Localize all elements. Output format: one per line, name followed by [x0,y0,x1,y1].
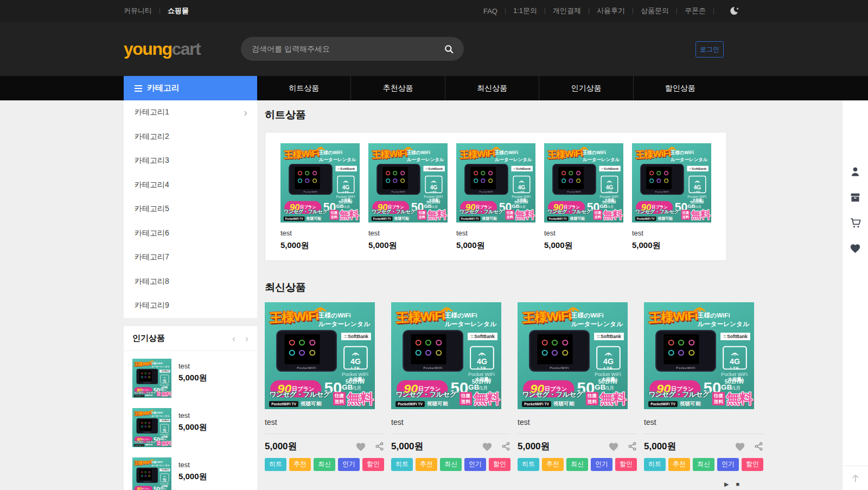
wifi-router-ad-image: 王様WiFi 王様のWiFiルーターレンタル PocketWiFi = Soft… [544,143,623,222]
category-item[interactable]: 카테고리3 [124,149,257,173]
product-card[interactable]: 王様WiFi 王様のWiFiルーターレンタル PocketWiFi = Soft… [544,143,623,251]
product-image[interactable]: 王様WiFi 王様のWiFiルーターレンタル PocketWiFi = Soft… [391,302,510,409]
wishlist-heart-icon[interactable] [608,442,619,451]
nav-item[interactable]: 히트상품 [257,76,350,100]
softbank-logo: = SoftBank [336,166,357,171]
product-image[interactable]: 王様WiFi 王様のWiFiルーターレンタル PocketWiFi = Soft… [518,302,637,409]
pocket-wifi-device: PocketWiFi [640,164,684,195]
product-price: 5,000원 [368,240,448,251]
ad-title: 王様のWiFiルーターレンタル [318,311,370,329]
product-card[interactable]: 王様WiFi 王様のWiFiルーターレンタル PocketWiFi = Soft… [632,143,711,251]
category-label: 카테고리1 [135,107,169,117]
topbar-link[interactable]: FAQ [483,7,497,15]
softbank-logo: = SoftBank [512,166,533,171]
product-image[interactable]: 王様WiFi 王様のWiFiルーターレンタル PocketWiFi = Soft… [544,143,623,222]
wishlist-heart-icon[interactable] [482,442,493,451]
product-image[interactable]: 王様WiFi 王様のWiFiルーターレンタル PocketWiFi = Soft… [632,143,711,222]
dark-mode-toggle[interactable] [729,6,739,16]
nav-item[interactable]: 최신상품 [445,76,539,100]
carousel-stop-icon[interactable]: ■ [736,481,739,488]
category-item[interactable]: 카테고리6 [124,221,257,246]
category-item[interactable]: 카테고리8 [124,270,257,294]
product-name: test [280,229,360,237]
share-icon[interactable] [501,442,510,451]
next-arrow-icon[interactable]: › [245,334,248,343]
pocket-wifi-device: PocketWiFi [655,330,716,372]
community-link[interactable]: 커뮤니티 [124,6,152,16]
pocket-wifi-device: PocketWiFi [529,330,590,372]
popular-product-item[interactable]: 王様WiFi 王様のWiFiルーターレンタル PocketWiFi = Soft… [124,450,257,490]
softbank-logo: = SoftBank [687,166,709,171]
search-button[interactable] [444,44,454,54]
popular-product-item[interactable]: 王様WiFi 王様のWiFiルーターレンタル PocketWiFi = Soft… [124,351,257,400]
category-item[interactable]: 카테고리7 [124,245,257,270]
category-item[interactable]: 카테고리2 [124,125,257,149]
product-image[interactable]: 王様WiFi 王様のWiFiルーターレンタル PocketWiFi = Soft… [132,359,171,398]
product-image[interactable]: 王様WiFi 王様のWiFiルーターレンタル PocketWiFi = Soft… [265,302,384,409]
product-image[interactable]: 王様WiFi 王様のWiFiルーターレンタル PocketWiFi = Soft… [644,302,763,409]
nav-item[interactable]: 추천상품 [350,76,444,100]
my-page-button[interactable] [850,166,861,177]
wishlist-button[interactable] [850,243,861,253]
topbar-link[interactable]: 쿠폰존 [685,6,706,16]
4g-lte-badge: 4G LTE [470,346,494,370]
category-item[interactable]: 카테고리1 › [124,100,257,125]
user-icon [850,166,861,177]
share-icon[interactable] [375,442,384,451]
prev-arrow-icon[interactable]: ‹ [232,334,235,343]
oneseg-fullseg-text: ワンセグ・フルセグ [134,440,156,443]
category-item[interactable]: 카테고리4 [124,173,257,198]
ad-title: 王様のWiFiルーターレンタル [671,150,707,163]
product-card[interactable]: 王様WiFi 王様のWiFiルーターレンタル PocketWiFi = Soft… [456,143,535,251]
site-logo[interactable]: youngcart [124,39,200,59]
product-card[interactable]: 王様WiFi 王様のWiFiルーターレンタル PocketWiFi = Soft… [368,143,448,251]
status-badge: 추천 [542,458,564,471]
search-input[interactable] [252,44,444,53]
popular-product-item[interactable]: 王様WiFi 王様のWiFiルーターレンタル PocketWiFi = Soft… [124,400,257,450]
topbar-link[interactable]: 상품문의 [641,6,669,16]
product-image[interactable]: 王様WiFi 王様のWiFiルーターレンタル PocketWiFi = Soft… [132,408,171,447]
share-icon[interactable] [754,442,763,451]
page: 커뮤니티 쇼핑몰 FAQ1:1문의개인결제사용후기상품문의쿠폰존 youngca… [0,0,868,490]
search-bar [241,37,464,61]
product-card[interactable]: 王様WiFi 王様のWiFiルーターレンタル PocketWiFi = Soft… [265,302,384,471]
product-card[interactable]: 王様WiFi 王様のWiFiルーターレンタル PocketWiFi = Soft… [280,143,360,251]
pocketwifi-tv-badge: PocketWiFi TV [395,401,425,407]
wishlist-heart-icon[interactable] [355,442,366,451]
orders-button[interactable] [850,192,861,203]
topbar-link[interactable]: 사용후기 [597,6,625,16]
product-image[interactable]: 王様WiFi 王様のWiFiルーターレンタル PocketWiFi = Soft… [280,143,360,222]
nav-item[interactable]: 인기상품 [539,76,633,100]
viewable-text: 視聴可能 [570,216,585,221]
login-button[interactable]: 로그인 [695,41,724,58]
divider [633,8,633,14]
carousel-play-icon[interactable]: ▶ [724,481,729,488]
product-card[interactable]: 王様WiFi 王様のWiFiルーターレンタル PocketWiFi = Soft… [391,302,510,471]
pocket-wifi-device: PocketWiFi [137,468,158,483]
product-image[interactable]: 王様WiFi 王様のWiFiルーターレンタル PocketWiFi = Soft… [456,143,535,222]
cart-button[interactable] [850,217,861,229]
product-card[interactable]: 王様WiFi 王様のWiFiルーターレンタル PocketWiFi = Soft… [518,302,637,471]
category-menu-header[interactable]: 카테고리 [124,76,257,100]
divider [518,434,637,434]
topbar-link[interactable]: 개인결제 [553,6,581,16]
product-image[interactable]: 王様WiFi 王様のWiFiルーターレンタル PocketWiFi = Soft… [368,143,448,222]
scroll-to-top-button[interactable] [843,466,868,490]
category-label: 카테고리9 [135,301,169,310]
category-label: 카테고리2 [135,132,169,142]
product-name: test [178,411,207,419]
topbar-link[interactable]: 1:1문의 [513,6,537,16]
wifi-router-ad-image: 王様WiFi 王様のWiFiルーターレンタル PocketWiFi = Soft… [265,302,375,409]
product-image[interactable]: 王様WiFi 王様のWiFiルーターレンタル PocketWiFi = Soft… [132,457,171,490]
status-badge: 할인 [615,458,637,471]
nav-item[interactable]: 할인상품 [633,76,727,100]
share-icon[interactable] [628,442,637,451]
divider [391,434,510,434]
shop-link[interactable]: 쇼핑몰 [168,6,189,16]
product-card[interactable]: 王様WiFi 王様のWiFiルーターレンタル PocketWiFi = Soft… [644,302,763,471]
divider [589,8,589,14]
category-item[interactable]: 카테고리5 [124,197,257,221]
category-item[interactable]: 카테고리9 [124,294,257,318]
floating-sidebar [843,100,868,490]
wishlist-heart-icon[interactable] [735,442,745,451]
